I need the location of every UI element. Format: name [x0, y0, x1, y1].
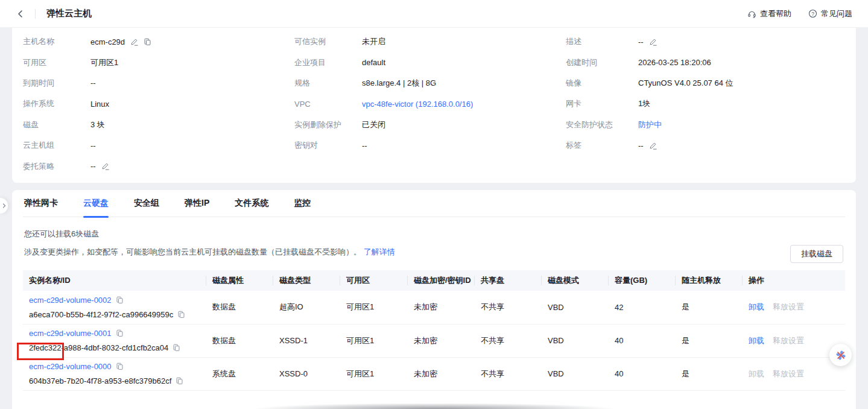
info-row-create-time: 创建时间 2026-03-25 18:20:06 [566, 52, 849, 72]
info-column-2: 可信实例 未开启 企业项目 default 规格 s8e.large.4 | 2… [294, 31, 560, 156]
cell-type: 超高IO [273, 291, 340, 324]
info-row-os: 操作系统 Linux [23, 94, 288, 114]
az-value: 可用区1 [90, 57, 118, 68]
instance-detail-card: 主机名称 ecm-c29d 可用区 可用区1 到期时间 -- 操作系统 Linu… [12, 28, 856, 183]
edit-delegate-policy-icon[interactable] [101, 162, 109, 170]
info-row-delegate-policy: 委托策略 -- [23, 156, 288, 176]
security-status-link[interactable]: 防护中 [638, 119, 662, 130]
hostname-value: ecm-c29d [90, 37, 125, 46]
col-header-shared: 共享盘 [475, 270, 542, 291]
col-header-encrypt: 磁盘加密/密钥ID [408, 270, 475, 291]
tab-elastic-ip[interactable]: 弹性IP [185, 190, 209, 217]
tab-file-system[interactable]: 文件系统 [235, 190, 268, 217]
host-group-value: -- [90, 141, 96, 150]
release-settings-link[interactable]: 释放设置 [773, 369, 804, 378]
copy-volume-id-icon[interactable] [176, 377, 183, 385]
volume-id: 2fedc322-a988-4dbf-8032-cfd1cfb2ca04 [29, 343, 168, 352]
release-settings-link[interactable]: 释放设置 [773, 302, 804, 311]
table-row: ecm-c29d-volume-0000 604b37eb-7b20-4f78-… [23, 357, 845, 390]
nic-count-value: 1块 [638, 98, 650, 109]
tab-cloud-disk[interactable]: 云硬盘 [83, 190, 109, 217]
cell-shared: 不共享 [475, 324, 542, 357]
cell-shared: 不共享 [475, 291, 542, 324]
svg-text:?: ? [811, 11, 814, 17]
volume-name-link[interactable]: ecm-c29d-volume-0000 [29, 362, 112, 371]
info-row-host-group: 云主机组 -- [23, 135, 288, 156]
disk-change-hint: 涉及变更类操作，如变配等，可能影响您当前云主机可挂载的磁盘数量（已挂载磁盘不受影… [24, 246, 845, 258]
info-row-enterprise-project: 企业项目 default [294, 52, 560, 72]
tags-value: -- [638, 141, 644, 150]
enterprise-project-value: default [362, 58, 385, 67]
copy-volume-name-icon[interactable] [116, 296, 124, 304]
description-value: -- [638, 37, 644, 46]
col-header-operation: 操作 [743, 270, 845, 291]
back-button[interactable] [16, 9, 25, 19]
col-header-az: 可用区 [340, 270, 408, 291]
disk-hints: 您还可以挂载6块磁盘 涉及变更类操作，如变配等，可能影响您当前云主机可挂载的磁盘… [24, 228, 845, 258]
assistant-button[interactable] [829, 344, 852, 366]
copy-volume-id-icon[interactable] [177, 311, 185, 319]
tab-security-group[interactable]: 安全组 [134, 190, 159, 217]
copy-hostname-icon[interactable] [144, 38, 151, 46]
disk-count-value: 3 块 [90, 119, 105, 130]
create-time-value: 2026-03-25 18:20:06 [638, 58, 711, 67]
info-column-3: 描述 -- 创建时间 2026-03-25 18:20:06 镜像 CTyunO… [566, 31, 849, 156]
faq-link[interactable]: ? 常见问题 [808, 8, 852, 19]
delete-protection-value: 已关闭 [362, 119, 385, 130]
side-panel-expander[interactable] [0, 197, 8, 214]
vpc-link[interactable]: vpc-48fe-victor (192.168.0.0/16) [362, 100, 473, 109]
cell-az: 可用区1 [340, 291, 408, 324]
info-row-disk-count: 磁盘 3 块 [23, 115, 288, 135]
volume-name-link[interactable]: ecm-c29d-volume-0001 [29, 329, 112, 338]
info-row-trusted-instance: 可信实例 未开启 [294, 31, 560, 52]
trusted-instance-value: 未开启 [362, 36, 385, 47]
info-row-security-status: 安全防护状态 防护中 [566, 115, 849, 135]
headset-icon [747, 9, 756, 18]
info-row-keypair: 密钥对 -- [294, 135, 560, 156]
cell-mode: VBD [542, 324, 609, 357]
chevron-left-icon [16, 9, 25, 19]
tab-elastic-nic[interactable]: 弹性网卡 [24, 190, 58, 217]
table-row: ecm-c29d-volume-0002 a6eca700-b55b-4f12-… [23, 291, 845, 324]
info-column-1: 主机名称 ecm-c29d 可用区 可用区1 到期时间 -- 操作系统 Linu… [23, 31, 288, 177]
detach-link-disabled: 卸载 [749, 369, 764, 378]
tab-monitor[interactable]: 监控 [294, 190, 311, 217]
learn-more-link[interactable]: 了解详情 [364, 247, 395, 256]
disk-table-header-row: 实例名称/ID 磁盘属性 磁盘类型 可用区 磁盘加密/密钥ID 共享盘 磁盘模式… [23, 270, 845, 291]
cell-size: 40 [609, 357, 676, 390]
pinwheel-logo-icon [834, 348, 848, 363]
disk-table: 实例名称/ID 磁盘属性 磁盘类型 可用区 磁盘加密/密钥ID 共享盘 磁盘模式… [23, 270, 845, 391]
col-header-attr: 磁盘属性 [206, 270, 273, 291]
volume-name-link[interactable]: ecm-c29d-volume-0002 [29, 296, 112, 305]
question-circle-icon: ? [808, 9, 817, 18]
cell-release: 是 [676, 291, 743, 324]
detach-link[interactable]: 卸载 [749, 336, 764, 345]
edit-tags-icon[interactable] [649, 142, 657, 150]
cell-az: 可用区1 [340, 357, 408, 390]
cell-mode: VBD [542, 357, 609, 390]
view-help-label: 查看帮助 [760, 8, 791, 19]
detach-link[interactable]: 卸载 [749, 302, 764, 311]
col-header-name-id: 实例名称/ID [23, 270, 206, 291]
volume-id: 604b37eb-7b20-4f78-a953-e8fc379b62cf [29, 376, 171, 385]
cell-type: XSSD-1 [273, 324, 340, 357]
info-row-vpc: VPC vpc-48fe-victor (192.168.0.0/16) [294, 94, 560, 114]
edit-description-icon[interactable] [649, 38, 657, 46]
view-help-link[interactable]: 查看帮助 [747, 8, 791, 19]
info-row-hostname: 主机名称 ecm-c29d [23, 31, 288, 52]
edit-hostname-icon[interactable] [130, 38, 138, 46]
copy-volume-name-icon[interactable] [116, 329, 124, 337]
header-actions: 查看帮助 ? 常见问题 [747, 8, 852, 19]
chevron-right-icon [2, 203, 7, 208]
cell-encrypt: 未加密 [408, 291, 475, 324]
copy-volume-name-icon[interactable] [116, 363, 124, 370]
attach-disk-button[interactable]: 挂载磁盘 [790, 245, 843, 263]
info-row-tags: 标签 -- [566, 135, 849, 156]
info-label: 主机名称 [23, 36, 90, 47]
copy-volume-id-icon[interactable] [173, 344, 180, 352]
faq-label: 常见问题 [821, 8, 852, 19]
info-row-expire-time: 到期时间 -- [23, 73, 288, 94]
cell-attr: 数据盘 [206, 324, 273, 357]
cell-release: 是 [676, 357, 743, 390]
release-settings-link[interactable]: 释放设置 [773, 336, 804, 345]
